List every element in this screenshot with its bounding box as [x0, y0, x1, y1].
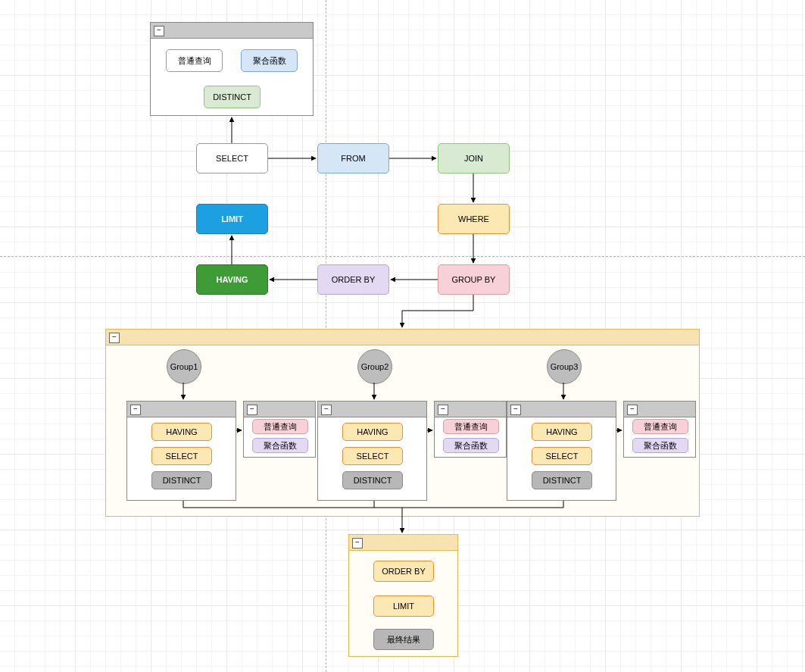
node-join[interactable]: JOIN — [438, 143, 510, 173]
container-header[interactable]: − — [349, 535, 457, 551]
node-from[interactable]: FROM — [317, 143, 389, 173]
group1-side-aggregate[interactable]: 聚合函数 — [252, 438, 308, 453]
group3-side-normalquery[interactable]: 普通查询 — [632, 419, 688, 434]
container-header[interactable]: − — [127, 402, 236, 417]
group1-side-normalquery[interactable]: 普通查询 — [252, 419, 308, 434]
node-limit[interactable]: LIMIT — [196, 204, 268, 234]
node-having[interactable]: HAVING — [196, 264, 268, 295]
node-group1-circle[interactable]: Group1 — [167, 349, 201, 384]
collapse-toggle[interactable]: − — [130, 405, 141, 415]
final-limit[interactable]: LIMIT — [373, 595, 434, 617]
node-group2-circle[interactable]: Group2 — [357, 349, 392, 384]
node-select[interactable]: SELECT — [196, 143, 268, 173]
final-result[interactable]: 最终结果 — [373, 629, 434, 650]
group2-having[interactable]: HAVING — [342, 423, 403, 441]
collapse-toggle[interactable]: − — [627, 405, 638, 415]
guide-horizontal — [0, 256, 805, 257]
group1-inner-box[interactable]: − HAVING SELECT DISTINCT — [126, 401, 236, 501]
final-orderby[interactable]: ORDER BY — [373, 561, 434, 582]
group3-select[interactable]: SELECT — [532, 447, 592, 465]
container-header[interactable]: − — [624, 402, 695, 417]
collapse-toggle[interactable]: − — [321, 405, 332, 415]
group2-side-aggregate[interactable]: 聚合函数 — [443, 438, 499, 453]
group1-distinct[interactable]: DISTINCT — [151, 471, 212, 489]
container-header[interactable]: − — [507, 402, 616, 417]
collapse-toggle[interactable]: − — [109, 333, 120, 343]
group2-side-normalquery[interactable]: 普通查询 — [443, 419, 499, 434]
node-distinct[interactable]: DISTINCT — [204, 86, 261, 108]
group2-side-box[interactable]: − 普通查询 聚合函数 — [434, 401, 507, 458]
group3-having[interactable]: HAVING — [532, 423, 592, 441]
collapse-toggle[interactable]: − — [438, 405, 448, 415]
container-select-expansion[interactable]: − 普通查询 聚合函数 DISTINCT — [150, 22, 314, 116]
container-header[interactable]: − — [318, 402, 426, 417]
container-header[interactable]: − — [106, 330, 699, 345]
container-header[interactable]: − — [244, 402, 315, 417]
group1-select[interactable]: SELECT — [151, 447, 212, 465]
group1-side-box[interactable]: − 普通查询 聚合函数 — [243, 401, 316, 458]
group3-side-aggregate[interactable]: 聚合函数 — [632, 438, 688, 453]
collapse-toggle[interactable]: − — [352, 538, 363, 549]
group3-inner-box[interactable]: − HAVING SELECT DISTINCT — [507, 401, 616, 501]
group2-inner-box[interactable]: − HAVING SELECT DISTINCT — [317, 401, 427, 501]
node-groupby[interactable]: GROUP BY — [438, 264, 510, 295]
group3-distinct[interactable]: DISTINCT — [532, 471, 592, 489]
node-group3-circle[interactable]: Group3 — [547, 349, 582, 384]
container-header[interactable]: − — [435, 402, 506, 417]
collapse-toggle[interactable]: − — [247, 405, 257, 415]
node-normal-query[interactable]: 普通查询 — [166, 49, 223, 72]
group3-side-box[interactable]: − 普通查询 聚合函数 — [623, 401, 696, 458]
group2-select[interactable]: SELECT — [342, 447, 403, 465]
collapse-toggle[interactable]: − — [154, 26, 164, 36]
container-header[interactable]: − — [151, 23, 313, 39]
node-where[interactable]: WHERE — [438, 204, 510, 234]
container-final[interactable]: − ORDER BY LIMIT 最终结果 — [348, 534, 458, 657]
diagram-canvas[interactable]: − 普通查询 聚合函数 DISTINCT SELECT FROM JOIN LI… — [0, 0, 805, 672]
collapse-toggle[interactable]: − — [510, 405, 521, 415]
group2-distinct[interactable]: DISTINCT — [342, 471, 403, 489]
node-aggregate[interactable]: 聚合函数 — [241, 49, 298, 72]
group1-having[interactable]: HAVING — [151, 423, 212, 441]
node-orderby[interactable]: ORDER BY — [317, 264, 389, 295]
